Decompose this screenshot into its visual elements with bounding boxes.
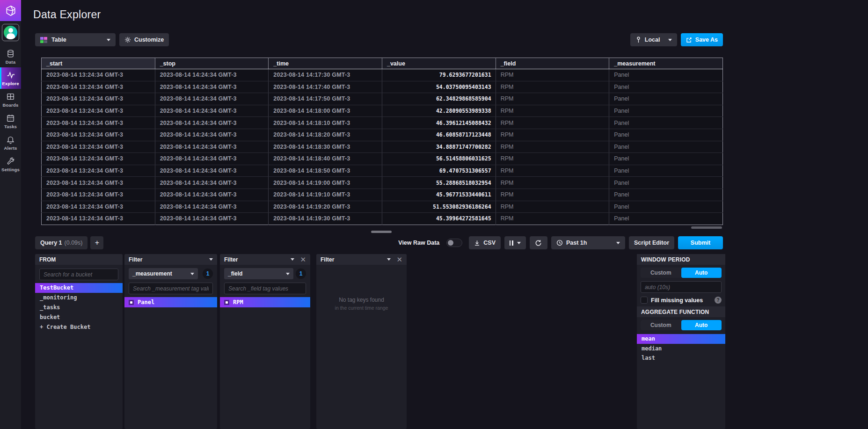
- auto-option[interactable]: Auto: [681, 268, 722, 278]
- sidebar-item-alerts[interactable]: Alerts: [0, 132, 21, 153]
- create-bucket-button[interactable]: + Create Bucket: [35, 322, 123, 332]
- filter-panel-header[interactable]: Filter: [124, 254, 217, 265]
- table-row: 2023-08-14 13:24:34 GMT-32023-08-14 14:2…: [42, 177, 723, 189]
- help-icon[interactable]: ?: [715, 297, 722, 304]
- cell-_stop: 2023-08-14 14:24:34 GMT-3: [155, 213, 269, 225]
- filter-title: Filter: [321, 256, 334, 263]
- cell-_value: 54.03750095403143: [382, 81, 496, 93]
- cell-_value: 51.553082936186264: [382, 201, 496, 213]
- bucket-item[interactable]: TestBucket: [35, 283, 123, 293]
- sidebar-item-explore[interactable]: Explore: [0, 67, 21, 89]
- cell-_stop: 2023-08-14 14:24:34 GMT-3: [155, 69, 269, 81]
- cell-_value: 45.39964272581645: [382, 213, 496, 225]
- cell-_time: 2023-08-14 14:18:40 GMT-3: [269, 153, 382, 165]
- cell-_field: RPM: [496, 177, 609, 189]
- cell-_start: 2023-08-14 13:24:34 GMT-3: [42, 105, 155, 117]
- column-header-_start[interactable]: _start: [42, 58, 155, 69]
- tag-key-dropdown[interactable]: _field: [224, 268, 293, 279]
- column-header-_time[interactable]: _time: [269, 58, 382, 69]
- window-period-header: WINDOW PERIOD: [637, 254, 725, 265]
- cell-_time: 2023-08-14 14:18:50 GMT-3: [269, 165, 382, 177]
- column-header-_stop[interactable]: _stop: [155, 58, 269, 69]
- selected-count-badge: 1: [296, 269, 306, 279]
- auto-option[interactable]: Auto: [681, 320, 722, 330]
- fill-missing-values-checkbox[interactable]: [641, 297, 648, 304]
- tag-value-item[interactable]: RPM: [220, 297, 310, 307]
- tag-value-label: RPM: [233, 299, 243, 305]
- sidebar-item-data[interactable]: Data: [0, 46, 21, 67]
- query-tab[interactable]: Query 1 (0.09s): [35, 236, 88, 249]
- window-period-input[interactable]: [641, 281, 722, 293]
- sidebar-item-boards[interactable]: Boards: [0, 89, 21, 110]
- resize-drag-handle[interactable]: [371, 231, 392, 233]
- tag-value-item[interactable]: Panel: [124, 297, 217, 307]
- cell-_time: 2023-08-14 14:18:00 GMT-3: [269, 105, 382, 117]
- filter-panel-header[interactable]: Filter ✕: [220, 254, 310, 265]
- influxdb-logo[interactable]: [0, 0, 21, 21]
- horizontal-scrollbar[interactable]: [691, 226, 722, 229]
- save-as-button[interactable]: Save As: [681, 33, 723, 46]
- chevron-down-icon: [107, 39, 110, 41]
- custom-option[interactable]: Custom: [641, 268, 681, 278]
- aggregate-function-item[interactable]: mean: [637, 334, 725, 344]
- column-header-_field[interactable]: _field: [496, 58, 609, 69]
- bucket-item[interactable]: bucket: [35, 313, 123, 322]
- aggregate-function-item[interactable]: last: [637, 353, 725, 363]
- filter-title: Filter: [129, 256, 142, 263]
- chevron-down-icon: [286, 273, 290, 275]
- top-toolbar: Table Customize: [35, 33, 723, 46]
- pause-button[interactable]: [504, 236, 526, 249]
- cell-_start: 2023-08-14 13:24:34 GMT-3: [42, 69, 155, 81]
- filter-panel-header[interactable]: Filter ✕: [316, 254, 407, 265]
- cell-_value: 42.28090553989338: [382, 105, 496, 117]
- sidebar-nav: Data Explore Boards: [0, 46, 21, 175]
- cell-_measurement: Panel: [609, 81, 723, 93]
- column-header-_measurement[interactable]: _measurement: [609, 58, 723, 69]
- window-period-mode-toggle[interactable]: Custom Auto: [641, 268, 722, 278]
- cell-_value: 46.39612145088432: [382, 117, 496, 129]
- time-range-dropdown[interactable]: Past 1h: [551, 236, 625, 249]
- cell-_start: 2023-08-14 13:24:34 GMT-3: [42, 93, 155, 105]
- sidebar: Data Explore Boards: [0, 0, 21, 429]
- empty-state-message: No tag keys found: [316, 297, 407, 303]
- table-header-row: _start_stop_time_value_field_measurement: [42, 58, 723, 69]
- refresh-button[interactable]: [530, 236, 547, 249]
- cell-_field: RPM: [496, 141, 609, 153]
- tag-value-search-input[interactable]: [129, 283, 213, 294]
- tag-key-dropdown[interactable]: _measurement: [129, 268, 198, 279]
- user-avatar[interactable]: [2, 24, 19, 41]
- custom-option[interactable]: Custom: [641, 320, 681, 330]
- cell-_measurement: Panel: [609, 213, 723, 225]
- view-raw-data-toggle[interactable]: [446, 239, 462, 247]
- add-query-button[interactable]: +: [90, 236, 103, 249]
- aggregate-function-item[interactable]: median: [637, 344, 725, 354]
- wrench-icon: [6, 157, 15, 166]
- cell-_field: RPM: [496, 129, 609, 141]
- cell-_field: RPM: [496, 93, 609, 105]
- cell-_start: 2023-08-14 13:24:34 GMT-3: [42, 177, 155, 189]
- script-editor-button[interactable]: Script Editor: [629, 236, 674, 249]
- close-icon[interactable]: ✕: [300, 256, 306, 263]
- download-csv-button[interactable]: CSV: [469, 236, 501, 249]
- cell-_field: RPM: [496, 189, 609, 201]
- customize-button[interactable]: Customize: [119, 33, 169, 46]
- column-header-_value[interactable]: _value: [382, 58, 496, 69]
- close-icon[interactable]: ✕: [396, 256, 402, 263]
- chevron-down-icon: [668, 39, 672, 41]
- visualization-type-dropdown[interactable]: Table: [35, 33, 116, 46]
- chevron-down-icon: [291, 258, 294, 261]
- aggregate-mode-toggle[interactable]: Custom Auto: [641, 320, 722, 330]
- sidebar-item-tasks[interactable]: Tasks: [0, 110, 21, 132]
- bucket-item[interactable]: _tasks: [35, 303, 123, 313]
- sidebar-item-settings[interactable]: Settings: [0, 153, 21, 175]
- timezone-dropdown[interactable]: Local: [630, 33, 677, 46]
- table-row: 2023-08-14 13:24:34 GMT-32023-08-14 14:2…: [42, 141, 723, 153]
- bucket-search-input[interactable]: [39, 269, 118, 280]
- submit-button[interactable]: Submit: [678, 236, 723, 249]
- table-row: 2023-08-14 13:24:34 GMT-32023-08-14 14:2…: [42, 153, 723, 165]
- cell-_stop: 2023-08-14 14:24:34 GMT-3: [155, 177, 269, 189]
- tag-value-search-input[interactable]: [224, 283, 306, 294]
- filter-panel-empty: Filter ✕ No tag keys found in the curren…: [316, 254, 407, 429]
- empty-state: No tag keys found in the current time ra…: [316, 265, 407, 311]
- bucket-item[interactable]: _monitoring: [35, 293, 123, 303]
